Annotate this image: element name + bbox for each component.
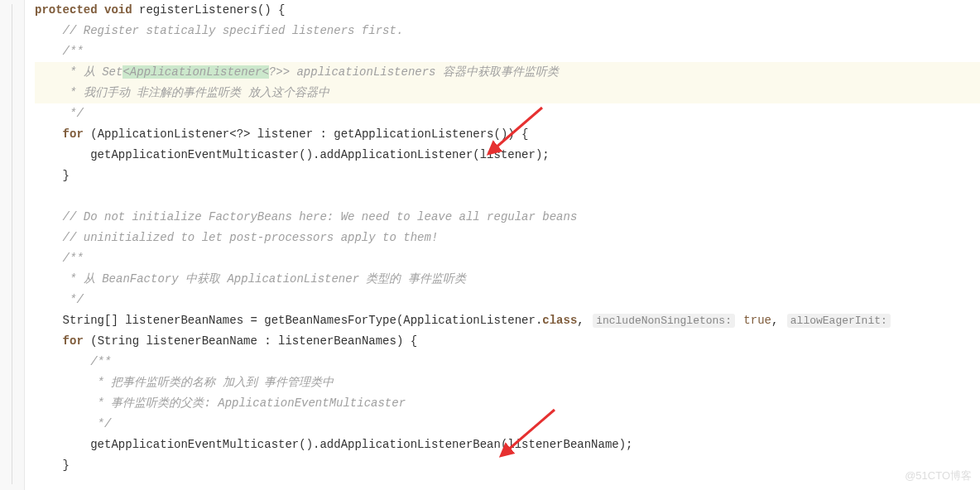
code-line: /** [35,352,980,372]
code-line: getApplicationEventMulticaster().addAppl… [35,145,980,166]
comment: * 从 BeanFactory 中获取 ApplicationListener … [63,272,466,286]
param-hint: includeNonSingletons: [593,314,735,328]
code-text: , [577,314,591,327]
code-line: for (String listenerBeanName : listenerB… [35,331,980,352]
code-editor[interactable]: protected void registerListeners() { // … [25,0,980,476]
code-text: } [63,459,70,472]
watermark: @51CTO博客 [905,465,972,486]
keyword: for [63,334,84,348]
comment: /** [90,355,111,368]
comment: * 我们手动 非注解的事件监听类 放入这个容器中 [63,86,329,99]
code-line [35,186,980,207]
param-hint: allowEagerInit: [787,314,891,328]
code-text: () { [257,3,286,17]
comment: */ [63,293,84,306]
code-gutter[interactable] [0,0,25,490]
code-line: // Register statically specified listene… [35,21,980,41]
code-line: * 从 BeanFactory 中获取 ApplicationListener … [35,269,980,290]
search-highlight: <ApplicationListener< [122,65,268,79]
code-text: getApplicationEventMulticaster().addAppl… [90,148,550,161]
code-line-highlighted: * 从 Set<ApplicationListener<?>> applicat… [35,62,980,83]
code-line-highlighted: * 我们手动 非注解的事件监听类 放入这个容器中 [35,83,980,103]
comment: * 从 Set<ApplicationListener<?>> applicat… [63,65,559,79]
code-line: * 把事件监听类的名称 加入到 事件管理类中 [35,372,980,393]
comment: */ [90,417,111,430]
code-text: (ApplicationListener<?> listener : getAp… [84,127,529,141]
code-line: */ [35,103,980,124]
keyword: for [63,127,84,141]
code-line: */ [35,414,980,435]
code-line: */ [35,290,980,310]
code-text: (String listenerBeanName : listenerBeanN… [84,334,417,348]
comment: /** [63,45,84,58]
comment: */ [63,107,84,120]
code-line: } [35,455,980,476]
method-name: registerListeners [139,3,257,17]
code-line: // Do not initialize FactoryBeans here: … [35,207,980,228]
code-text: } [63,169,70,182]
code-text: , [771,314,785,327]
comment: * 把事件监听类的名称 加入到 事件管理类中 [90,376,334,389]
keyword: void [104,3,132,17]
code-line: getApplicationEventMulticaster().addAppl… [35,435,980,455]
code-line: * 事件监听类的父类: ApplicationEventMulticaster [35,393,980,414]
code-line: /** [35,248,980,269]
code-line: /** [35,41,980,62]
code-line: } [35,166,980,186]
comment: /** [63,252,84,265]
comment: // Do not initialize FactoryBeans here: … [63,210,578,223]
comment: // Register statically specified listene… [63,24,404,37]
code-line: for (ApplicationListener<?> listener : g… [35,124,980,145]
comment: // uninitialized to let post-processors … [63,231,439,244]
code-line: String[] listenerBeanNames = getBeanName… [35,310,980,331]
code-line: protected void registerListeners() { [35,0,980,21]
code-line: // uninitialized to let post-processors … [35,228,980,248]
code-text: String[] listenerBeanNames = getBeanName… [63,314,543,327]
comment: * 事件监听类的父类: ApplicationEventMulticaster [90,396,406,410]
keyword: protected [35,3,98,17]
code-text: getApplicationEventMulticaster().addAppl… [90,438,632,451]
boolean: true [737,314,771,327]
keyword: class [542,314,577,327]
